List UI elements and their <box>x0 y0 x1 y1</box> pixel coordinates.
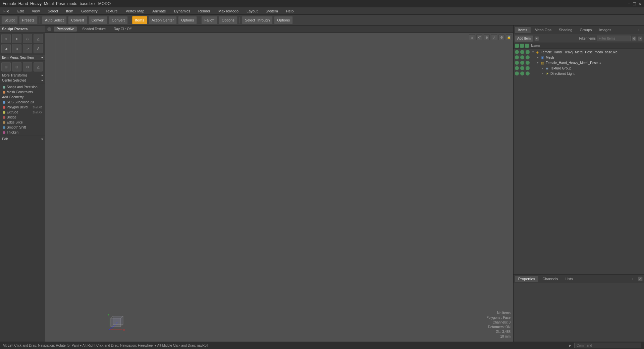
shaded-texture-tab[interactable]: Shaded Texture <box>79 27 108 32</box>
add-item-dropdown[interactable]: ▾ <box>534 36 539 41</box>
tool-btn-7[interactable]: ↗ <box>23 44 32 53</box>
mesh-constraints-btn[interactable]: Mesh Constraints <box>0 90 45 95</box>
props-tab-properties[interactable]: Properties <box>515 276 538 282</box>
tab-mesh-ops[interactable]: Mesh Ops <box>531 27 555 33</box>
menu-item-select[interactable]: Select <box>46 8 60 14</box>
mesh-expand[interactable]: ▸ <box>537 56 540 59</box>
tool-btn-6[interactable]: ⊕ <box>12 44 21 53</box>
tool-btn-5[interactable]: ◀ <box>1 44 11 53</box>
props-tab-add[interactable]: + <box>629 276 637 282</box>
viewport-rotate-btn[interactable]: ↺ <box>476 34 482 40</box>
props-tab-lists[interactable]: Lists <box>562 276 577 282</box>
menu-item-file[interactable]: File <box>1 8 11 14</box>
extrude-icon <box>3 111 5 114</box>
dir-light-expand[interactable]: ▸ <box>542 72 545 75</box>
extrude-btn[interactable]: Extrude Shift+X <box>0 110 45 115</box>
viewport-menu-btn[interactable] <box>47 27 51 31</box>
tool-btn-4[interactable]: △ <box>34 34 43 43</box>
tree-item-directional-light[interactable]: ▸ ☀ Directional Light <box>514 71 644 76</box>
menu-item-texture[interactable]: Texture <box>104 8 120 14</box>
tab-items[interactable]: Items <box>515 27 531 33</box>
options1-btn[interactable]: Options <box>178 16 197 24</box>
presets-btn[interactable]: Presets <box>19 16 38 24</box>
minimize-btn[interactable]: − <box>628 1 630 6</box>
thicken-btn[interactable]: Thicken <box>0 130 45 135</box>
texture-group-expand[interactable]: ▸ <box>542 66 545 70</box>
tab-shading[interactable]: Shading <box>555 27 576 33</box>
menu-item-layout[interactable]: Layout <box>245 8 260 14</box>
smooth-shift-btn[interactable]: Smooth Shift <box>0 125 45 130</box>
viewport-fit-btn[interactable]: ⤢ <box>491 34 497 40</box>
edit-dropdown[interactable]: Edit ▾ <box>0 137 45 142</box>
center-selected-btn[interactable]: Center Selected ▾ <box>0 78 45 83</box>
perspective-tab[interactable]: Perspective <box>54 27 77 32</box>
tool-btn-2[interactable]: ● <box>12 34 21 43</box>
props-tab-channels[interactable]: Channels <box>539 276 561 282</box>
menu-item-system[interactable]: System <box>264 8 280 14</box>
hand-group-expand[interactable]: ▾ <box>537 61 540 64</box>
tab-add[interactable]: + <box>634 27 643 33</box>
ray-gl-tab[interactable]: Ray GL: Off <box>111 27 134 32</box>
tool-btn-1[interactable]: ○ <box>1 34 11 43</box>
tool-btn-8[interactable]: A <box>34 44 43 53</box>
menu-item-dynamics[interactable]: Dynamics <box>172 8 192 14</box>
nav-cube[interactable]: X Y Z <box>106 311 122 332</box>
select-through-btn[interactable]: Select Through <box>242 16 273 24</box>
auto-select-btn[interactable]: Auto Select <box>42 16 67 24</box>
props-expand-btn[interactable]: ⤢ <box>638 277 643 281</box>
sculpt-btn[interactable]: Sculpt <box>1 16 18 24</box>
menu-item-animate[interactable]: Animate <box>150 8 168 14</box>
bridge-btn[interactable]: Bridge <box>0 115 45 120</box>
menu-item-vertex map[interactable]: Vertex Map <box>124 8 147 14</box>
tree-item-mesh[interactable]: ▸ ▣ Mesh <box>514 55 644 60</box>
sculpt-label: Sculpt <box>4 18 15 22</box>
tool2-btn-1[interactable]: ⊞ <box>1 62 11 71</box>
filter-input[interactable] <box>597 36 631 41</box>
add-geometry-btn[interactable]: Add Geometry <box>0 95 45 100</box>
scene-expand[interactable]: ▾ <box>532 50 536 54</box>
maximize-btn[interactable]: □ <box>633 1 636 6</box>
tool2-btn-2[interactable]: ⊟ <box>12 62 21 71</box>
viewport-zoom-btn[interactable]: ⊕ <box>484 34 490 40</box>
menu-item-maxtomodo[interactable]: MaxToModo <box>216 8 240 14</box>
viewport-lock-btn[interactable]: 🔒 <box>506 34 512 40</box>
tree-item-scene[interactable]: ▾ ◈ Female_Hand_Heavy_Metal_Pose_modo_ba… <box>514 49 644 55</box>
convert3-btn[interactable]: Convert <box>109 16 128 24</box>
tab-groups[interactable]: Groups <box>576 27 595 33</box>
polygon-bevel-btn[interactable]: Polygon Bevel Shift+B <box>0 105 45 110</box>
menu-item-edit[interactable]: Edit <box>15 8 26 14</box>
tree-item-texture-group[interactable]: ▸ ◈ Texture Group <box>514 65 644 71</box>
filter-options-btn[interactable]: ⚙ <box>632 36 637 41</box>
tool-btn-3[interactable]: ◇ <box>23 34 32 43</box>
edge-slice-btn[interactable]: Edge Slice <box>0 120 45 125</box>
tree-item-hand-group[interactable]: ▾ ▤ Female_Hand_Heavy_Metal_Pose 1 <box>514 60 644 65</box>
menu-item-render[interactable]: Render <box>196 8 212 14</box>
menu-item-help[interactable]: Help <box>284 8 296 14</box>
options3-btn[interactable]: Options <box>274 16 293 24</box>
tool2-btn-3[interactable]: ⊙ <box>23 62 32 71</box>
action-center-btn[interactable]: Action Center <box>149 16 177 24</box>
filter-close-btn[interactable]: × <box>638 36 643 41</box>
convert2-btn[interactable]: Convert <box>89 16 108 24</box>
items-btn[interactable]: Items <box>132 16 147 24</box>
menu-item-view[interactable]: View <box>30 8 42 14</box>
falloff-btn[interactable]: Falloff <box>201 16 217 24</box>
options2-btn[interactable]: Options <box>219 16 237 24</box>
add-item-btn[interactable]: Add Item <box>515 35 533 42</box>
viewport-3d[interactable]: ⌂ ↺ ⊕ ⤢ ⚙ 🔒 X Y Z <box>45 33 513 342</box>
left-sidebar: Sculpt Presets ○ ● ◇ △ ◀ ⊕ ↗ A Item Menu… <box>0 26 45 342</box>
viewport-home-btn[interactable]: ⌂ <box>469 34 475 40</box>
item-menu-dropdown[interactable]: Item Menu: New Item ▾ <box>0 55 45 61</box>
menu-item-item[interactable]: Item <box>64 8 75 14</box>
sds-subdivide-btn[interactable]: SDS Subdivide 2X <box>0 100 45 105</box>
close-btn[interactable]: × <box>639 1 641 6</box>
command-input[interactable] <box>574 343 641 348</box>
convert1-btn[interactable]: Convert <box>68 16 87 24</box>
tool2-btn-4[interactable]: △ <box>34 62 43 71</box>
tab-images[interactable]: Images <box>596 27 615 33</box>
menu-item-geometry[interactable]: Geometry <box>79 8 99 14</box>
window-controls[interactable]: − □ × <box>628 1 641 6</box>
snaps-btn[interactable]: Snaps and Precision <box>0 85 45 90</box>
viewport-settings-btn[interactable]: ⚙ <box>498 34 504 40</box>
more-transforms-btn[interactable]: More Transforms ▾ <box>0 73 45 78</box>
